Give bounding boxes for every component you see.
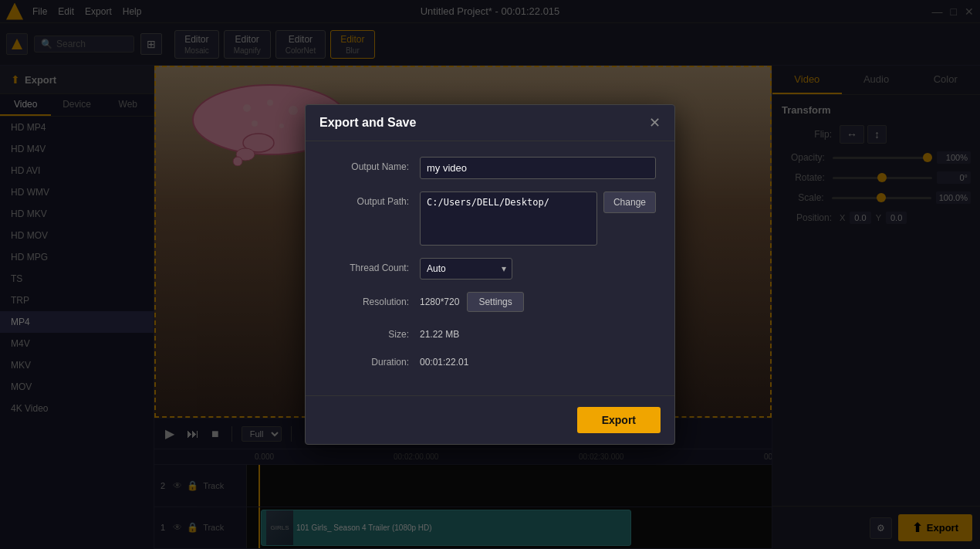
output-name-input[interactable] (420, 157, 656, 179)
resolution-settings-btn[interactable]: Settings (467, 292, 523, 312)
duration-label: Duration: (324, 352, 409, 368)
dialog-export-btn[interactable]: Export (577, 407, 661, 433)
resolution-area: 1280*720 Settings (420, 292, 524, 312)
change-path-btn[interactable]: Change (603, 191, 656, 213)
duration-value: 00:01:22.01 (420, 352, 468, 368)
dialog-title: Export and Save (319, 116, 416, 130)
dialog-footer: Export (306, 395, 674, 444)
duration-row: Duration: 00:01:22.01 (324, 352, 656, 368)
resolution-row: Resolution: 1280*720 Settings (324, 292, 656, 312)
thread-count-select[interactable]: Auto 1 2 4 8 (420, 258, 512, 280)
dialog-body: Output Name: Output Path: C:/Users/DELL/… (306, 141, 674, 395)
output-name-label: Output Name: (324, 157, 409, 172)
dialog-header: Export and Save ✕ (306, 105, 674, 141)
output-path-label: Output Path: (324, 191, 409, 207)
thread-count-row: Thread Count: Auto 1 2 4 8 (324, 258, 656, 280)
path-area: C:/Users/DELL/Desktop/ Change (420, 191, 656, 246)
size-label: Size: (324, 324, 409, 340)
thread-count-label: Thread Count: (324, 258, 409, 273)
size-value: 21.22 MB (420, 324, 459, 340)
dialog-overlay: Export and Save ✕ Output Name: Output Pa… (0, 0, 980, 549)
resolution-value: 1280*720 (420, 297, 459, 307)
output-path-textarea[interactable]: C:/Users/DELL/Desktop/ (420, 191, 597, 246)
thread-select-wrapper: Auto 1 2 4 8 (420, 258, 512, 280)
output-name-row: Output Name: (324, 157, 656, 179)
output-path-row: Output Path: C:/Users/DELL/Desktop/ Chan… (324, 191, 656, 246)
resolution-label: Resolution: (324, 292, 409, 307)
size-row: Size: 21.22 MB (324, 324, 656, 340)
export-dialog: Export and Save ✕ Output Name: Output Pa… (305, 104, 675, 445)
dialog-close-btn[interactable]: ✕ (649, 116, 661, 130)
